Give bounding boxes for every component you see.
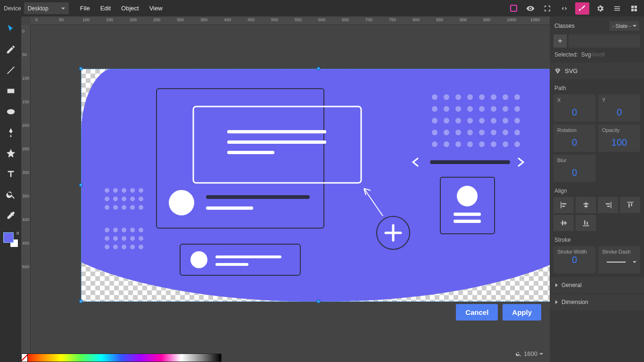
text-line-dark xyxy=(206,195,310,199)
stroke-width-input[interactable]: Stroke Width 0 xyxy=(553,246,595,273)
svg-bounds[interactable] xyxy=(81,69,550,302)
dimension-section-toggle[interactable]: Dimension xyxy=(550,294,644,310)
align-bottom-button[interactable] xyxy=(576,215,596,231)
grid-button[interactable] xyxy=(628,2,640,15)
fullscreen-button[interactable] xyxy=(541,2,553,15)
svg-point-20 xyxy=(122,228,126,232)
svg-rect-1 xyxy=(7,89,14,93)
y-input[interactable]: Y0 xyxy=(598,94,640,122)
resize-handle-tm[interactable] xyxy=(317,67,320,70)
svg-point-51 xyxy=(455,118,461,123)
svg-rect-74 xyxy=(430,160,510,164)
add-class-button[interactable]: + xyxy=(553,34,567,48)
menu-object[interactable]: Object xyxy=(116,2,144,14)
resize-handle-ml[interactable] xyxy=(79,183,83,187)
text-line xyxy=(215,263,248,266)
canvas-area: 0501001502002503003504004505005506006507… xyxy=(21,16,550,362)
menu-edit[interactable]: Edit xyxy=(96,2,116,14)
settings-button[interactable] xyxy=(594,2,606,15)
pencil-tool[interactable] xyxy=(4,43,17,56)
preview-button[interactable] xyxy=(524,2,537,15)
align-top-button[interactable] xyxy=(620,197,640,213)
align-center-h-button[interactable] xyxy=(576,197,596,213)
svg-point-64 xyxy=(514,130,520,135)
text-icon xyxy=(6,169,16,179)
swap-colors-icon: ⤭ xyxy=(16,230,19,236)
pencil-icon xyxy=(6,44,16,55)
svg-point-55 xyxy=(503,118,508,123)
resize-handle-bm[interactable] xyxy=(317,300,320,303)
no-fill-swatch[interactable] xyxy=(22,354,27,362)
svg-point-9 xyxy=(113,197,118,201)
svg-point-0 xyxy=(529,8,531,9)
code-button[interactable] xyxy=(558,2,570,15)
ellipse-tool[interactable] xyxy=(4,105,17,118)
state-select[interactable]: - State - xyxy=(610,21,639,31)
text-line xyxy=(227,130,326,133)
star-tool[interactable] xyxy=(4,147,17,160)
resize-handle-bl[interactable] xyxy=(79,300,83,303)
class-name-input[interactable] xyxy=(569,34,640,48)
menu-file[interactable]: File xyxy=(75,2,95,14)
svg-point-65 xyxy=(432,141,438,147)
svg-point-21 xyxy=(130,228,135,232)
zoom-tool[interactable] xyxy=(4,188,17,201)
opacity-input[interactable]: Opacity100 xyxy=(598,124,640,152)
artboard[interactable]: Cancel Apply xyxy=(31,25,550,343)
color-palette-strip[interactable] xyxy=(21,354,222,362)
svg-point-70 xyxy=(491,141,496,147)
classes-header: Classes xyxy=(554,23,575,29)
color-swatches[interactable]: ⤭ xyxy=(3,232,18,247)
line-tool[interactable] xyxy=(4,64,17,77)
rect-tool[interactable] xyxy=(4,84,17,98)
resize-handle-tl[interactable] xyxy=(79,67,83,70)
layers-button[interactable] xyxy=(611,2,623,15)
line-icon xyxy=(6,65,16,75)
svg-point-27 xyxy=(139,236,143,241)
pen-tool[interactable] xyxy=(4,126,17,139)
caret-down-icon xyxy=(61,8,65,9)
eyedropper-tool[interactable] xyxy=(4,209,17,222)
general-section-toggle[interactable]: General xyxy=(550,277,644,293)
rotation-input[interactable]: Rotation0 xyxy=(553,124,595,152)
svg-point-18 xyxy=(105,228,109,232)
svg-point-22 xyxy=(139,228,143,232)
eyedropper-icon xyxy=(6,210,16,221)
x-input[interactable]: X0 xyxy=(553,94,595,122)
styles-button[interactable] xyxy=(575,2,589,15)
align-right-button[interactable] xyxy=(598,197,618,213)
menu-view[interactable]: View xyxy=(145,2,167,14)
svg-section-header[interactable]: SVG xyxy=(550,63,644,79)
svg-point-23 xyxy=(105,236,109,241)
svg-point-3 xyxy=(105,188,109,193)
svg-point-69 xyxy=(479,141,485,147)
svg-point-42 xyxy=(444,106,449,112)
cancel-button[interactable]: Cancel xyxy=(456,304,498,321)
svg-point-10 xyxy=(122,197,126,201)
outline-mode-button[interactable] xyxy=(507,2,520,15)
text-tool[interactable] xyxy=(4,167,17,181)
top-menu-bar: Device Desktop File Edit Object View xyxy=(0,0,644,16)
align-left-button[interactable] xyxy=(553,197,574,213)
avatar xyxy=(457,186,478,206)
selected-element-label: Selected: Svg#inn9 xyxy=(550,51,644,63)
device-select[interactable]: Desktop xyxy=(24,2,69,14)
caret-down-icon xyxy=(633,25,636,27)
text-line xyxy=(454,220,481,223)
align-center-v-button[interactable] xyxy=(553,215,574,231)
apply-button[interactable]: Apply xyxy=(503,304,541,321)
blur-input[interactable]: Blur0 xyxy=(553,155,595,182)
ruler-vertical: 050100150200250300350400450500 xyxy=(21,25,31,362)
svg-point-67 xyxy=(455,141,461,147)
svg-point-48 xyxy=(514,106,520,112)
svg-point-62 xyxy=(491,130,496,135)
svg-point-54 xyxy=(491,118,496,123)
ruler-horizontal: 0501001502002503003504004505005506006507… xyxy=(31,16,550,25)
svg-point-13 xyxy=(105,205,109,210)
text-line xyxy=(454,213,481,216)
stroke-dash-select[interactable]: Stroke Dash xyxy=(598,246,640,273)
select-tool[interactable] xyxy=(4,22,17,35)
svg-point-6 xyxy=(130,188,135,193)
list-icon xyxy=(613,4,621,13)
zoom-indicator[interactable]: 1600 xyxy=(515,350,543,357)
